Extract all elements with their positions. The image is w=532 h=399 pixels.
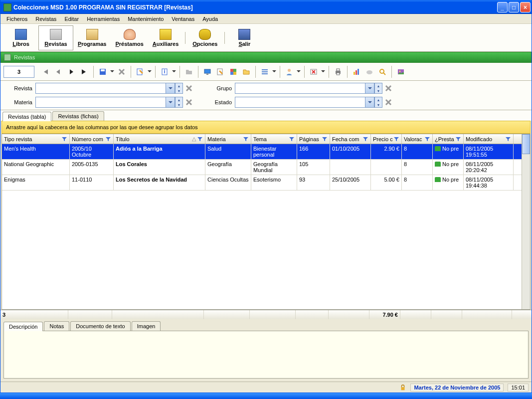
materia-clear-button[interactable]: [184, 97, 194, 107]
next-record-button[interactable]: [65, 66, 77, 78]
materia-combo[interactable]: [35, 97, 175, 108]
grupo-spinner[interactable]: ▲▼: [374, 83, 382, 94]
estado-label: Estado: [204, 99, 235, 105]
minimize-button[interactable]: _: [497, 2, 508, 12]
info-button[interactable]: i: [159, 66, 171, 78]
column-header[interactable]: Páginas: [297, 134, 330, 144]
tab-fichas[interactable]: Revistas (fichas): [52, 111, 104, 121]
menubar: FicherosRevistasEditarHerramientasManten…: [0, 14, 532, 24]
estado-combo[interactable]: [235, 97, 374, 108]
dropdown-arrow-icon[interactable]: [365, 83, 374, 93]
chart-button[interactable]: [351, 66, 362, 78]
toolbar-revistas[interactable]: Revistas: [38, 25, 73, 50]
dropdown-arrow-icon[interactable]: [365, 97, 374, 107]
list-dropdown[interactable]: [272, 66, 277, 78]
print-button[interactable]: [332, 66, 344, 78]
revista-clear-button[interactable]: [184, 83, 194, 93]
column-header[interactable]: Tipo revista: [2, 134, 70, 144]
taskbar[interactable]: [0, 393, 532, 399]
last-record-button[interactable]: [78, 66, 90, 78]
column-header[interactable]: Modificado: [464, 134, 514, 144]
detail-tab-0[interactable]: Descripción: [3, 322, 43, 331]
monitor-button[interactable]: [201, 66, 213, 78]
menu-ficheros[interactable]: Ficheros: [2, 15, 31, 23]
info-dropdown[interactable]: [172, 66, 177, 78]
dropdown-arrow-icon[interactable]: [166, 97, 175, 107]
column-header[interactable]: Número com: [70, 134, 114, 144]
revista-spinner[interactable]: ▲▼: [175, 83, 183, 94]
main-toolbar: LibrosRevistasProgramasPréstamosAuxiliar…: [0, 24, 532, 52]
detail-tab-1[interactable]: Notas: [44, 321, 69, 331]
list-button[interactable]: [259, 66, 271, 78]
svg-rect-6: [206, 74, 208, 75]
column-header[interactable]: Materia: [205, 134, 251, 144]
toolbar-auxiliares[interactable]: Auxiliares: [148, 25, 183, 50]
column-header[interactable]: Precio c: [371, 134, 402, 144]
revista-combo[interactable]: [35, 83, 175, 94]
house-icon: [435, 146, 441, 151]
cell: Bienestar personal: [251, 144, 297, 159]
close-button[interactable]: ×: [520, 2, 531, 12]
edit-note-button[interactable]: [214, 66, 226, 78]
toolbar-salir[interactable]: Salir: [227, 25, 262, 50]
svg-rect-5: [204, 69, 210, 73]
grupo-clear-button[interactable]: [383, 83, 393, 93]
menu-ayuda[interactable]: Ayuda: [198, 15, 222, 23]
toolbar-libros[interactable]: Libros: [3, 25, 38, 50]
menu-editar[interactable]: Editar: [60, 15, 83, 23]
remove-button[interactable]: [308, 66, 320, 78]
vertical-scrollbar[interactable]: [522, 134, 530, 309]
edit-dropdown[interactable]: [147, 66, 152, 78]
delete-button[interactable]: [116, 66, 128, 78]
detail-tab-2[interactable]: Documento de texto: [70, 321, 130, 331]
record-counter[interactable]: 3: [3, 66, 34, 78]
estado-clear-button[interactable]: [383, 97, 393, 107]
dropdown-arrow-icon[interactable]: [166, 83, 175, 93]
salir-icon: [238, 29, 250, 40]
table-row[interactable]: Men's Health2005/10 OctubreAdiós a la Ba…: [2, 144, 530, 160]
svg-rect-11: [233, 72, 236, 75]
column-header[interactable]: ¿Presta: [433, 134, 464, 144]
menu-revistas[interactable]: Revistas: [31, 15, 60, 23]
titlebar[interactable]: Colecciones MSD 1.00 PROGRAMA SIN REGIST…: [0, 0, 532, 14]
svg-rect-8: [230, 69, 233, 72]
detail-tab-3[interactable]: Imagen: [132, 321, 161, 331]
first-record-button[interactable]: [39, 66, 51, 78]
toolbar-préstamos[interactable]: Préstamos: [111, 25, 148, 50]
materia-spinner[interactable]: ▲▼: [175, 97, 183, 108]
save-dropdown[interactable]: [110, 66, 115, 78]
column-header[interactable]: Valorac: [402, 134, 433, 144]
save-button[interactable]: [97, 66, 109, 78]
menu-ventanas[interactable]: Ventanas: [168, 15, 198, 23]
cell: 08/11/2005 20:20:42: [464, 160, 514, 175]
edit-button[interactable]: [134, 66, 146, 78]
image-button[interactable]: [395, 66, 407, 78]
svg-rect-19: [337, 73, 340, 75]
scrollbar-thumb[interactable]: [522, 134, 530, 154]
remove-dropdown[interactable]: [321, 66, 326, 78]
column-header[interactable]: Tema: [251, 134, 297, 144]
column-header[interactable]: Fecha com: [330, 134, 371, 144]
cell: Adiós a la Barriga: [114, 144, 205, 159]
prev-record-button[interactable]: [52, 66, 64, 78]
toolbar-opciones[interactable]: Opciones: [187, 25, 222, 50]
user-dropdown[interactable]: [296, 66, 301, 78]
column-header[interactable]: Título△: [114, 134, 205, 144]
grupo-combo[interactable]: [235, 83, 374, 94]
tab-tabla[interactable]: Revistas (tabla): [2, 112, 51, 121]
group-hint[interactable]: Arrastre aquí la cabecera de las columna…: [1, 121, 531, 134]
menu-herramientas[interactable]: Herramientas: [83, 15, 124, 23]
user-button[interactable]: [283, 66, 295, 78]
menu-mantenimiento[interactable]: Mantenimiento: [124, 15, 168, 23]
maximize-button[interactable]: □: [509, 2, 519, 12]
windows-button[interactable]: [227, 66, 239, 78]
table-row[interactable]: National Geographic2005-0135Los CoralesG…: [2, 160, 530, 175]
estado-spinner[interactable]: ▲▼: [374, 97, 382, 108]
open-folder-button[interactable]: [240, 66, 252, 78]
search-button[interactable]: [376, 66, 388, 78]
toolbar-programas[interactable]: Programas: [73, 25, 111, 50]
detail-panel[interactable]: [3, 331, 529, 379]
app-icon: [3, 3, 11, 11]
detail-tabs: DescripciónNotasDocumento de textoImagen: [0, 319, 532, 331]
table-row[interactable]: Enigmas11-0110Los Secretos de la Navidad…: [2, 175, 530, 191]
